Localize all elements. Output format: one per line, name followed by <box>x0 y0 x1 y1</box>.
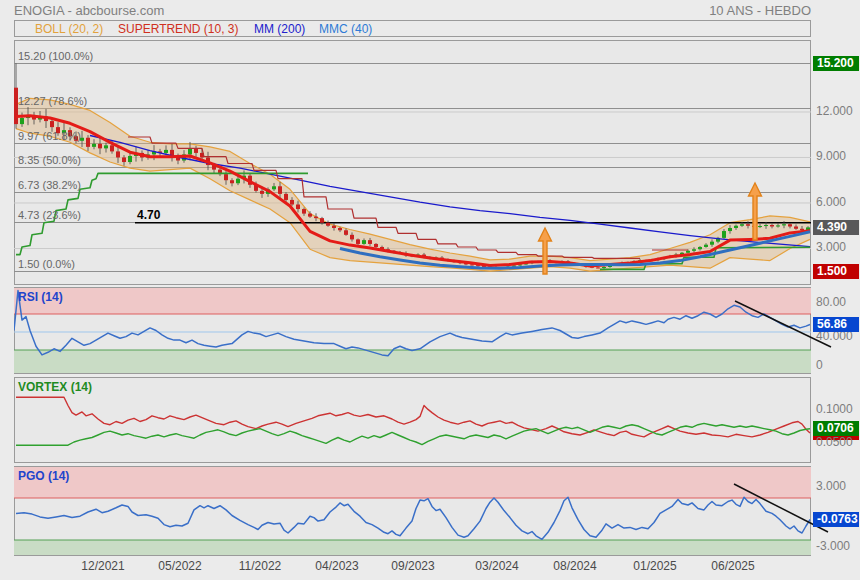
legend-item-mm200[interactable]: MM (200) <box>254 22 305 36</box>
pgo-tick-label: 3.000 <box>816 479 846 493</box>
legend-item-supertrend[interactable]: SUPERTREND (10, 3) <box>118 22 238 36</box>
legend-item-mmc40[interactable]: MMC (40) <box>319 22 372 36</box>
vortex-title: VORTEX (14) <box>18 380 92 394</box>
chart-page: ENOGIA - abcbourse.com 10 ANS - HEBDO BO… <box>0 0 860 580</box>
x-axis-label: 01/2025 <box>620 559 690 573</box>
rsi-tick-label: 80.00 <box>816 295 846 309</box>
pgo-title: PGO (14) <box>18 469 69 483</box>
x-axis-label: 03/2024 <box>462 559 532 573</box>
vortex-panel[interactable] <box>14 377 811 463</box>
price-tick-label: 9.000 <box>816 149 846 163</box>
timeframe-label: 10 ANS - HEBDO <box>709 3 811 18</box>
page-title: ENOGIA - abcbourse.com <box>14 3 164 18</box>
vortex-tick-label: 0.1000 <box>816 402 853 416</box>
price-badge: 15.200 <box>813 56 859 71</box>
price-tick-label: 12.000 <box>816 104 853 118</box>
vortex-vi-plus-badge: 0.0706 <box>813 421 859 436</box>
rsi-tick-label: 0 <box>816 358 823 372</box>
vortex-vi-minus-badge <box>813 425 859 440</box>
x-axis-label: 05/2022 <box>145 559 215 573</box>
pgo-value-badge: -0.0763 <box>813 512 859 527</box>
rsi-title: RSI (14) <box>18 290 63 304</box>
x-axis-label: 08/2024 <box>540 559 610 573</box>
x-axis-label: 09/2023 <box>378 559 448 573</box>
price-tick-label: 6.000 <box>816 195 846 209</box>
price-badge: 4.390 <box>813 220 859 235</box>
price-badge: 1.500 <box>813 264 859 279</box>
rsi-tick-label: 40.000 <box>816 329 853 343</box>
rsi-value-badge: 56.86 <box>813 317 859 332</box>
pgo-panel[interactable] <box>14 466 811 556</box>
pgo-tick-label: -3.000 <box>816 539 850 553</box>
vortex-tick-label: 0.0500 <box>816 435 853 449</box>
x-axis-label: 12/2021 <box>68 559 138 573</box>
x-axis-label: 06/2025 <box>698 559 768 573</box>
x-axis-label: 11/2022 <box>225 559 295 573</box>
legend-item-boll[interactable]: BOLL (20, 2) <box>35 22 103 36</box>
x-axis-label: 04/2023 <box>302 559 372 573</box>
price-panel[interactable] <box>14 40 811 285</box>
indicator-legend: BOLL (20, 2) SUPERTREND (10, 3) MM (200)… <box>14 20 811 37</box>
rsi-panel[interactable] <box>14 287 811 374</box>
price-tick-label: 3.000 <box>816 240 846 254</box>
